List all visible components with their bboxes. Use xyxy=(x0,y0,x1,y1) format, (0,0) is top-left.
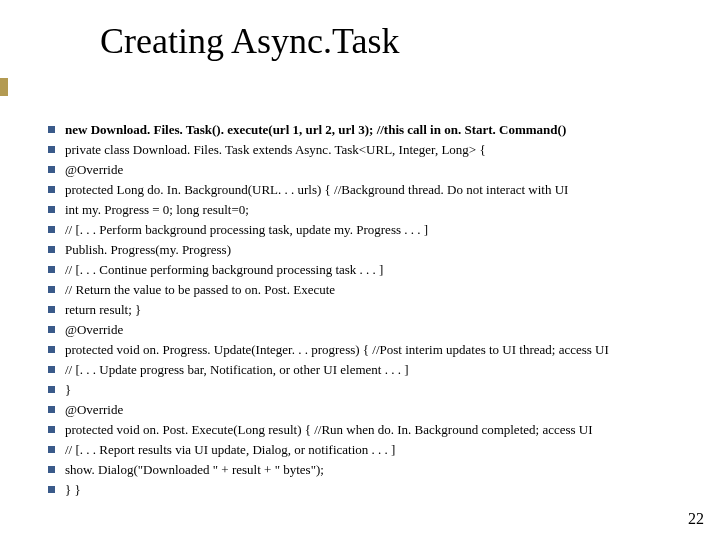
bullet-line: // [. . . Report results via UI update, … xyxy=(48,440,700,460)
bullet-text: // [. . . Continue performing background… xyxy=(65,260,700,280)
bullet-line: protected void on. Post. Execute(Long re… xyxy=(48,420,700,440)
bullet-text: } xyxy=(65,380,700,400)
bullet-text: Publish. Progress(my. Progress) xyxy=(65,240,700,260)
bullet-text: int my. Progress = 0; long result=0; xyxy=(65,200,700,220)
square-bullet-icon xyxy=(48,146,55,153)
bullet-text: } } xyxy=(65,480,700,500)
square-bullet-icon xyxy=(48,446,55,453)
bullet-text: // [. . . Perform background processing … xyxy=(65,220,700,240)
bullet-line: // Return the value to be passed to on. … xyxy=(48,280,700,300)
bullet-line: @Override xyxy=(48,400,700,420)
bullet-line: @Override xyxy=(48,160,700,180)
square-bullet-icon xyxy=(48,366,55,373)
bullet-line: // [. . . Perform background processing … xyxy=(48,220,700,240)
square-bullet-icon xyxy=(48,226,55,233)
bullet-text: private class Download. Files. Task exte… xyxy=(65,140,700,160)
bullet-text: show. Dialog("Downloaded " + result + " … xyxy=(65,460,700,480)
bullet-line: } xyxy=(48,380,700,400)
bullet-text: @Override xyxy=(65,400,700,420)
square-bullet-icon xyxy=(48,166,55,173)
square-bullet-icon xyxy=(48,406,55,413)
bullet-text: @Override xyxy=(65,160,700,180)
square-bullet-icon xyxy=(48,186,55,193)
slide-body: new Download. Files. Task(). execute(url… xyxy=(48,120,700,500)
bullet-line: new Download. Files. Task(). execute(url… xyxy=(48,120,700,140)
bullet-line: } } xyxy=(48,480,700,500)
bullet-line: private class Download. Files. Task exte… xyxy=(48,140,700,160)
slide: Creating Async.Task new Download. Files.… xyxy=(0,0,720,540)
square-bullet-icon xyxy=(48,426,55,433)
bullet-text: @Override xyxy=(65,320,700,340)
page-number: 22 xyxy=(688,510,704,528)
square-bullet-icon xyxy=(48,286,55,293)
square-bullet-icon xyxy=(48,326,55,333)
bullet-text: return result; } xyxy=(65,300,700,320)
bullet-text: protected void on. Post. Execute(Long re… xyxy=(65,420,700,440)
square-bullet-icon xyxy=(48,266,55,273)
square-bullet-icon xyxy=(48,246,55,253)
bullet-text: new Download. Files. Task(). execute(url… xyxy=(65,120,700,140)
square-bullet-icon xyxy=(48,386,55,393)
bullet-line: // [. . . Continue performing background… xyxy=(48,260,700,280)
square-bullet-icon xyxy=(48,346,55,353)
square-bullet-icon xyxy=(48,206,55,213)
bullet-text: protected void on. Progress. Update(Inte… xyxy=(65,340,700,360)
square-bullet-icon xyxy=(48,466,55,473)
accent-bar xyxy=(0,78,8,96)
bullet-line: Publish. Progress(my. Progress) xyxy=(48,240,700,260)
square-bullet-icon xyxy=(48,306,55,313)
bullet-line: show. Dialog("Downloaded " + result + " … xyxy=(48,460,700,480)
bullet-line: int my. Progress = 0; long result=0; xyxy=(48,200,700,220)
bullet-text: // [. . . Report results via UI update, … xyxy=(65,440,700,460)
square-bullet-icon xyxy=(48,126,55,133)
bullet-line: protected Long do. In. Background(URL. .… xyxy=(48,180,700,200)
bullet-line: protected void on. Progress. Update(Inte… xyxy=(48,340,700,360)
square-bullet-icon xyxy=(48,486,55,493)
bullet-text: // Return the value to be passed to on. … xyxy=(65,280,700,300)
bullet-line: @Override xyxy=(48,320,700,340)
slide-title: Creating Async.Task xyxy=(100,20,399,62)
bullet-line: // [. . . Update progress bar, Notificat… xyxy=(48,360,700,380)
bullet-line: return result; } xyxy=(48,300,700,320)
bullet-text: protected Long do. In. Background(URL. .… xyxy=(65,180,700,200)
bullet-text: // [. . . Update progress bar, Notificat… xyxy=(65,360,700,380)
